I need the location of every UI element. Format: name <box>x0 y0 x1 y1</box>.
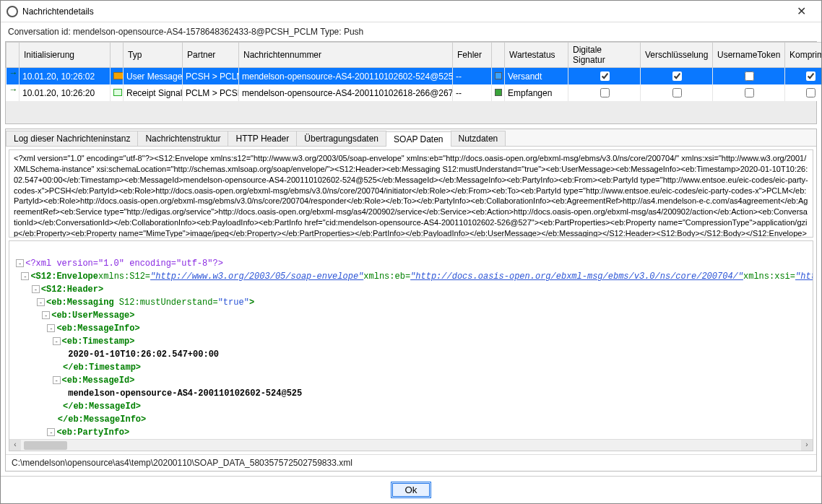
receipt-icon <box>113 89 122 96</box>
col-enc[interactable]: Verschlüsselung <box>641 43 713 68</box>
arrow-out-icon <box>9 70 20 80</box>
xml-tree[interactable]: -<?xml version="1.0" encoding="utf-8"?> … <box>9 241 813 439</box>
checkbox-icon <box>672 71 682 81</box>
checkbox-icon <box>806 88 815 97</box>
col-error[interactable]: Fehler <box>453 43 492 68</box>
col-sig[interactable]: Digitale Signatur <box>568 43 641 68</box>
soap-raw-textarea[interactable]: <?xml version="1.0" encoding="utf-8"?><S… <box>9 149 813 238</box>
tab-log-dieser-nachrichteninstanz[interactable]: Log dieser Nachrichteninstanz <box>6 131 138 146</box>
window-title: Nachrichtendetails <box>22 6 94 17</box>
xml-tree-panel: -<?xml version="1.0" encoding="utf-8"?> … <box>9 240 813 451</box>
tree-toggle-icon[interactable]: - <box>47 324 55 332</box>
tree-toggle-icon[interactable]: - <box>32 285 40 293</box>
xml-tag: <eb:PartyInfo> <box>56 427 129 438</box>
xml-tag: <eb:Messaging <box>46 297 119 308</box>
status-sent-icon <box>495 72 502 79</box>
horizontal-scrollbar[interactable]: ‹ › <box>9 439 813 451</box>
col-waitstatus[interactable]: Wartestatus <box>505 43 568 68</box>
scroll-left-icon[interactable]: ‹ <box>9 440 21 451</box>
scroll-thumb[interactable] <box>24 441 67 450</box>
file-path-label: C:\mendelson\opensource\as4\temp\2020011… <box>6 454 816 471</box>
tree-toggle-icon[interactable]: - <box>21 272 29 280</box>
envelope-icon <box>113 72 124 79</box>
scroll-right-icon[interactable]: › <box>801 440 813 451</box>
tab-übertragungsdaten[interactable]: Übertragungsdaten <box>296 131 386 146</box>
xml-declaration: <?xml version="1.0" encoding="utf-8"?> <box>25 258 223 269</box>
messages-table: Initialisierung Typ Partner Nachrichtenn… <box>6 42 822 101</box>
tree-toggle-icon[interactable]: - <box>47 428 55 436</box>
tree-toggle-icon[interactable]: - <box>53 376 61 384</box>
checkbox-icon <box>745 88 754 97</box>
checkbox-icon <box>745 71 754 81</box>
tree-toggle-icon[interactable]: - <box>53 337 61 345</box>
xml-tag: <eb:MessageId> <box>62 375 135 386</box>
col-compr[interactable]: Komprimiert <box>785 43 823 68</box>
ok-button[interactable]: Ok <box>391 482 431 498</box>
tree-toggle-icon[interactable]: - <box>42 311 50 319</box>
tab-http-header[interactable]: HTTP Header <box>228 131 297 146</box>
tree-toggle-icon[interactable]: - <box>37 298 45 306</box>
detail-tabs-panel: Log dieser NachrichteninstanzNachrichten… <box>5 129 817 472</box>
xml-text: mendelson-opensource-AS4-200110102602-52… <box>68 388 302 399</box>
col-init[interactable]: Initialisierung <box>20 43 111 68</box>
xml-tag: <S12:Header> <box>41 284 103 295</box>
xml-tag: <eb:Timestamp> <box>62 336 135 347</box>
table-header-row: Initialisierung Typ Partner Nachrichtenn… <box>7 43 823 68</box>
xml-tag: <S12:Envelope <box>30 271 98 282</box>
app-icon <box>7 6 18 17</box>
table-row[interactable]: 10.01.20, 10:26:02User MessagePCSH > PCL… <box>7 68 823 85</box>
title-bar: Nachrichtendetails ✕ <box>1 1 821 22</box>
dialog-footer: Ok <box>1 476 821 503</box>
tab-bar: Log dieser NachrichteninstanzNachrichten… <box>6 129 816 147</box>
tab-nachrichtenstruktur[interactable]: Nachrichtenstruktur <box>137 131 228 146</box>
checkbox-icon <box>806 71 815 81</box>
col-partner[interactable]: Partner <box>183 43 239 68</box>
col-utoken[interactable]: UsernameToken <box>713 43 785 68</box>
tab-soap-daten[interactable]: SOAP Daten <box>386 131 451 147</box>
xml-text: 2020-01-10T10:26:02.547+00:00 <box>68 349 219 360</box>
table-row[interactable]: 10.01.20, 10:26:20Receipt SignalPCLM > P… <box>7 84 823 101</box>
messages-table-panel: Initialisierung Typ Partner Nachrichtenn… <box>5 41 817 124</box>
close-icon[interactable]: ✕ <box>787 4 815 18</box>
checkbox-icon <box>672 88 682 97</box>
status-received-icon <box>495 89 502 96</box>
tab-nutzdaten[interactable]: Nutzdaten <box>451 131 506 146</box>
xml-tag: <eb:UserMessage> <box>51 310 134 321</box>
arrow-in-icon <box>9 87 20 97</box>
checkbox-icon <box>600 71 610 81</box>
xml-tag: </eb:MessageId> <box>63 401 141 412</box>
xml-tag: </eb:Timestamp> <box>63 362 141 373</box>
xml-tag: </eb:MessageInfo> <box>58 414 146 425</box>
col-msgnum[interactable]: Nachrichtennummer <box>239 43 453 68</box>
tree-toggle-icon[interactable]: - <box>16 259 24 267</box>
col-type[interactable]: Typ <box>124 43 183 68</box>
conversation-id-label: Conversation id: mendelson-opensource-AS… <box>1 22 821 41</box>
checkbox-icon <box>600 88 610 97</box>
xml-tag: <eb:MessageInfo> <box>56 323 139 334</box>
